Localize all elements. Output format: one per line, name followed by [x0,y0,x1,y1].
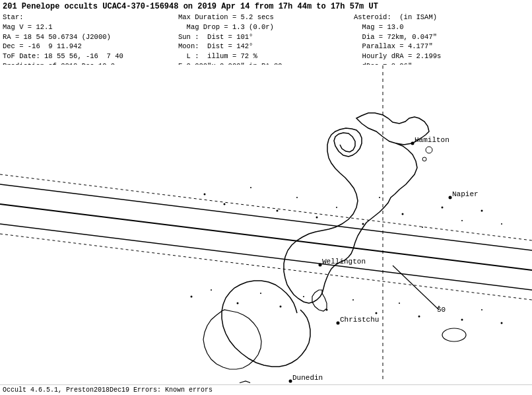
svg-point-13 [337,322,340,325]
map-area: Hamilton Napier Wellington Christchu Dun… [0,65,532,383]
svg-point-18 [250,187,251,188]
svg-line-7 [0,234,532,300]
svg-point-20 [296,197,298,198]
occultation-map: Hamilton Napier Wellington Christchu Dun… [0,65,532,383]
title: 201 Penelope occults UCAC4-370-156948 on… [3,1,529,12]
city-napier: Napier [452,190,479,198]
svg-point-19 [277,210,279,212]
svg-point-33 [237,303,239,305]
svg-point-23 [362,223,364,225]
svg-point-16 [204,194,206,196]
svg-line-6 [0,174,532,240]
footer: Occult 4.6.5.1, Preston2018Dec19 Errors:… [0,384,532,395]
svg-point-17 [224,203,226,205]
svg-point-30 [501,223,502,225]
svg-point-10 [411,142,415,145]
svg-point-37 [326,309,328,311]
svg-point-11 [449,196,452,199]
footer-text: Occult 4.6.5.1, Preston2018Dec19 Errors:… [3,386,213,394]
svg-point-21 [316,217,318,219]
svg-point-29 [481,210,483,212]
city-dunedin: Dunedin [292,374,323,382]
svg-point-25 [402,213,404,215]
asteroid-info: Asteroid: (in ISAM) Mag = 13.0 Dia = 72k… [354,13,529,71]
svg-point-42 [438,306,440,307]
svg-point-24 [379,197,380,198]
svg-point-40 [399,303,400,304]
svg-point-35 [280,306,282,308]
star-info: Star: Mag V = 12.1 RA = 18 54 50.6734 (J… [3,13,178,71]
svg-point-34 [260,293,261,294]
occultation-info: Max Duration = 5.2 secs Mag Drop = 1.3 (… [178,13,354,71]
city-hamilton: Hamilton [415,136,449,144]
svg-point-0 [442,328,466,341]
svg-point-27 [442,207,444,209]
svg-point-38 [352,299,354,301]
svg-point-44 [481,309,482,310]
svg-point-43 [461,319,463,321]
svg-line-5 [0,224,532,290]
city-wellington: Wellington [322,258,366,266]
svg-point-26 [422,227,423,228]
svg-point-12 [319,264,322,267]
header: 201 Penelope occults UCAC4-370-156948 on… [0,0,532,73]
svg-point-1 [426,147,432,153]
svg-point-28 [461,220,463,221]
svg-point-2 [422,157,426,161]
label-50: 50 [437,306,446,314]
svg-point-36 [303,296,304,297]
svg-point-45 [501,322,503,324]
svg-point-41 [418,316,420,318]
svg-line-4 [0,204,532,270]
svg-point-32 [211,289,212,291]
svg-point-31 [191,296,193,298]
svg-point-14 [289,380,292,383]
city-christchurch: Christchu [340,316,379,324]
svg-point-22 [336,207,337,208]
svg-point-39 [376,312,378,314]
